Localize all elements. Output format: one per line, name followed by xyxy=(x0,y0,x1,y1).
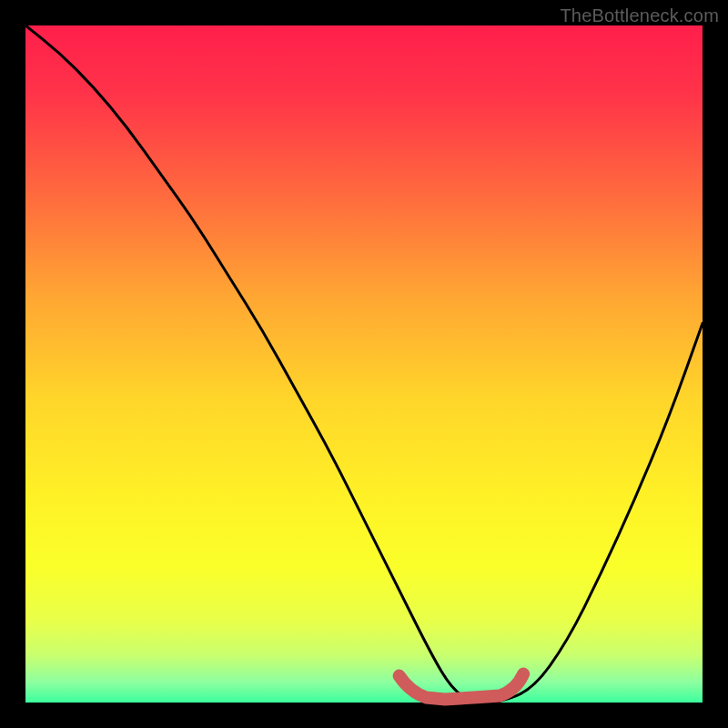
watermark-text: TheBottleneck.com xyxy=(560,5,719,26)
chart-frame: TheBottleneck.com xyxy=(0,0,728,728)
bottleneck-chart xyxy=(0,0,728,728)
